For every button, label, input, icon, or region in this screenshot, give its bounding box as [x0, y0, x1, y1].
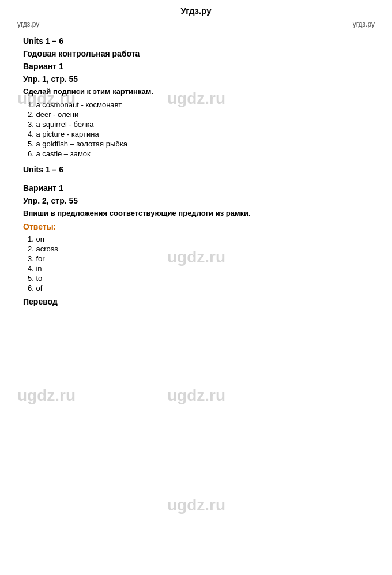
exercise-2-title: Упр. 2, стр. 55 [23, 196, 369, 205]
section-2-header: Units 1 – 6 ugdz.ru [0, 161, 392, 181]
answers-label: Ответы: [23, 222, 369, 231]
instruction-1: Сделай подписи к этим картинкам. [23, 87, 369, 96]
section-2: Вариант 1 Упр. 2, стр. 55 Впиши в предло… [0, 181, 392, 309]
nav-bar-top: угдз.ру угдз.ру [0, 19, 392, 29]
perevod-label: Перевод [23, 297, 369, 306]
variant-2: Вариант 1 [23, 183, 369, 193]
page-title: Угдз.ру [0, 0, 392, 19]
list-item: 5. a goldfish – золотая рыбка [23, 140, 369, 148]
instruction-2: Впиши в предложения соответствующие пред… [23, 209, 369, 217]
units-label-1: Units 1 – 6 [23, 36, 369, 46]
units-label-2: Units 1 – 6 [23, 165, 369, 174]
list-item: 2. deer - олени [23, 110, 369, 119]
exercise-1-title: Упр. 1, стр. 55 [23, 74, 369, 84]
list-item: 6. of [23, 284, 369, 292]
section-1: Units 1 – 6 Годовая контрольная работа В… [0, 34, 392, 161]
list-item: 3. for [23, 254, 369, 263]
nav-left: угдз.ру [17, 20, 39, 28]
list-item: 1. a cosmonaut - космонавт [23, 100, 369, 109]
list-item: 5. to [23, 274, 369, 283]
answers-list-1: 1. a cosmonaut - космонавт 2. deer - оле… [23, 100, 369, 158]
nav-right: угдз.ру [353, 20, 375, 28]
answers-list-2: 1. on 2. across 3. for 4. in 5. to 6. of [23, 235, 369, 292]
watermark-4: ugdz.ru [17, 386, 76, 405]
list-item: 4. in [23, 264, 369, 273]
list-item: 6. a castle – замок [23, 149, 369, 158]
watermark-5: ugdz.ru [167, 386, 225, 405]
annual-work-title: Годовая контрольная работа [23, 49, 369, 58]
list-item: 1. on [23, 235, 369, 243]
watermark-6: ugdz.ru [167, 496, 225, 514]
list-item: 4. a picture - картина [23, 130, 369, 138]
variant-1: Вариант 1 [23, 62, 369, 71]
list-item: 3. a squirrel - белка [23, 120, 369, 129]
list-item: 2. across [23, 245, 369, 253]
